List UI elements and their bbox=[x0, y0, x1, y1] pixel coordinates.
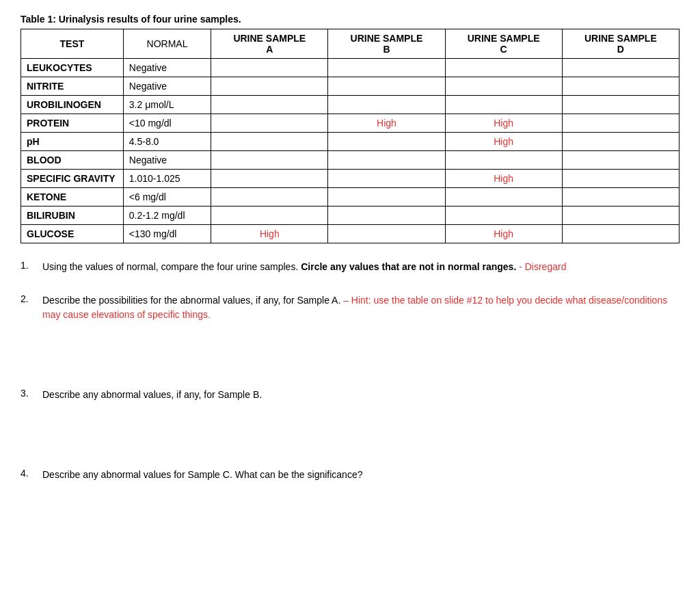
cell-sample-d bbox=[562, 207, 679, 225]
cell-test: BILIRUBIN bbox=[21, 207, 124, 225]
cell-test: BLOOD bbox=[21, 151, 124, 170]
cell-sample-a bbox=[211, 151, 328, 170]
cell-sample-b bbox=[328, 170, 445, 188]
cell-sample-c bbox=[445, 188, 562, 207]
cell-normal: 1.010-1.025 bbox=[123, 170, 211, 188]
cell-normal: 0.2-1.2 mg/dl bbox=[123, 207, 211, 225]
cell-sample-a bbox=[211, 96, 328, 114]
cell-sample-d bbox=[562, 151, 679, 170]
question-4: 4. Describe any abnormal values for Samp… bbox=[21, 468, 679, 482]
cell-normal: <6 mg/dl bbox=[123, 188, 211, 207]
cell-normal: Negative bbox=[123, 59, 211, 77]
q1-number: 1. bbox=[21, 260, 37, 274]
cell-sample-c bbox=[445, 77, 562, 96]
cell-test: UROBILINOGEN bbox=[21, 96, 124, 114]
cell-sample-a bbox=[211, 207, 328, 225]
cell-normal: 4.5-8.0 bbox=[123, 133, 211, 151]
question-3: 3. Describe any abnormal values, if any,… bbox=[21, 388, 679, 449]
cell-sample-a bbox=[211, 188, 328, 207]
cell-sample-c: High bbox=[445, 133, 562, 151]
questions-section: 1. Using the values of normal, compare t… bbox=[21, 260, 679, 482]
col-header-sample-d: URINE SAMPLE D bbox=[562, 29, 679, 59]
table-row: SPECIFIC GRAVITY1.010-1.025High bbox=[21, 170, 679, 188]
cell-sample-c bbox=[445, 59, 562, 77]
cell-test: GLUCOSE bbox=[21, 225, 124, 243]
question-1: 1. Using the values of normal, compare t… bbox=[21, 260, 679, 274]
cell-sample-a bbox=[211, 133, 328, 151]
cell-sample-a bbox=[211, 77, 328, 96]
table-row: pH4.5-8.0High bbox=[21, 133, 679, 151]
cell-sample-d bbox=[562, 170, 679, 188]
cell-sample-c bbox=[445, 151, 562, 170]
cell-test: NITRITE bbox=[21, 77, 124, 96]
cell-sample-b bbox=[328, 96, 445, 114]
col-header-test: TEST bbox=[21, 29, 124, 59]
cell-sample-d bbox=[562, 133, 679, 151]
urinalysis-table: TEST NORMAL URINE SAMPLE A URINE SAMPLE … bbox=[21, 29, 679, 243]
q4-text: Describe any abnormal values for Sample … bbox=[42, 468, 362, 482]
question-2: 2. Describe the possibilities for the ab… bbox=[21, 293, 679, 369]
q2-number: 2. bbox=[21, 293, 37, 369]
cell-sample-a bbox=[211, 59, 328, 77]
cell-test: PROTEIN bbox=[21, 114, 124, 133]
cell-normal: Negative bbox=[123, 77, 211, 96]
table-row: GLUCOSE<130 mg/dlHighHigh bbox=[21, 225, 679, 243]
cell-sample-b bbox=[328, 207, 445, 225]
table-row: KETONE<6 mg/dl bbox=[21, 188, 679, 207]
cell-normal: 3.2 μmol/L bbox=[123, 96, 211, 114]
table-row: NITRITENegative bbox=[21, 77, 679, 96]
cell-sample-d bbox=[562, 225, 679, 243]
q2-text: Describe the possibilities for the abnor… bbox=[42, 293, 679, 369]
cell-test: KETONE bbox=[21, 188, 124, 207]
cell-sample-c bbox=[445, 207, 562, 225]
cell-sample-c bbox=[445, 96, 562, 114]
cell-sample-b bbox=[328, 151, 445, 170]
cell-sample-d bbox=[562, 59, 679, 77]
col-header-sample-b: URINE SAMPLE B bbox=[328, 29, 445, 59]
cell-test: LEUKOCYTES bbox=[21, 59, 124, 77]
cell-sample-b: High bbox=[328, 114, 445, 133]
cell-sample-b bbox=[328, 188, 445, 207]
cell-normal: Negative bbox=[123, 151, 211, 170]
col-header-sample-a: URINE SAMPLE A bbox=[211, 29, 328, 59]
cell-sample-c: High bbox=[445, 170, 562, 188]
table-row: BILIRUBIN0.2-1.2 mg/dl bbox=[21, 207, 679, 225]
cell-sample-a: High bbox=[211, 225, 328, 243]
table-row: UROBILINOGEN3.2 μmol/L bbox=[21, 96, 679, 114]
cell-test: SPECIFIC GRAVITY bbox=[21, 170, 124, 188]
cell-test: pH bbox=[21, 133, 124, 151]
col-header-normal: NORMAL bbox=[123, 29, 211, 59]
q1-text: Using the values of normal, compare the … bbox=[42, 260, 566, 274]
cell-sample-d bbox=[562, 77, 679, 96]
table-row: LEUKOCYTESNegative bbox=[21, 59, 679, 77]
table-row: BLOODNegative bbox=[21, 151, 679, 170]
cell-sample-a bbox=[211, 170, 328, 188]
cell-sample-d bbox=[562, 114, 679, 133]
q2-answer-space bbox=[42, 328, 679, 369]
table-title: Table 1: Urinalysis results of four urin… bbox=[21, 14, 679, 25]
q4-number: 4. bbox=[21, 468, 37, 482]
cell-sample-d bbox=[562, 188, 679, 207]
q3-text: Describe any abnormal values, if any, fo… bbox=[42, 388, 262, 449]
cell-sample-b bbox=[328, 59, 445, 77]
table-row: PROTEIN<10 mg/dlHighHigh bbox=[21, 114, 679, 133]
cell-sample-b bbox=[328, 133, 445, 151]
cell-sample-b bbox=[328, 77, 445, 96]
cell-sample-a bbox=[211, 114, 328, 133]
cell-sample-c: High bbox=[445, 114, 562, 133]
q3-answer-space bbox=[42, 408, 262, 449]
cell-normal: <130 mg/dl bbox=[123, 225, 211, 243]
cell-sample-b bbox=[328, 225, 445, 243]
cell-sample-c: High bbox=[445, 225, 562, 243]
cell-normal: <10 mg/dl bbox=[123, 114, 211, 133]
col-header-sample-c: URINE SAMPLE C bbox=[445, 29, 562, 59]
cell-sample-d bbox=[562, 96, 679, 114]
q3-number: 3. bbox=[21, 388, 37, 449]
